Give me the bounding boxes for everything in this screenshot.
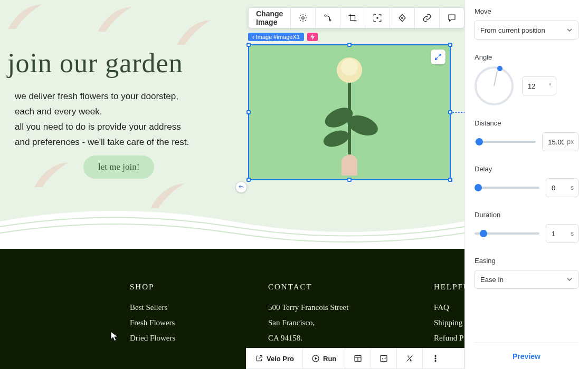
footer-text: 500 Terry Francois Street — [268, 303, 348, 312]
undo-button[interactable] — [235, 181, 247, 193]
delay-group: Delay s — [475, 165, 578, 197]
distance-input[interactable]: px — [542, 132, 578, 151]
expand-icon[interactable] — [431, 50, 445, 64]
footer-link[interactable]: Fresh Flowers — [130, 318, 175, 327]
easing-value: Ease In — [480, 276, 504, 284]
comment-icon[interactable] — [440, 8, 464, 28]
svg-point-3 — [321, 128, 351, 150]
hero-line: we deliver fresh flowers to your doorste… — [15, 91, 178, 101]
distance-slider[interactable] — [475, 141, 536, 143]
editor-canvas[interactable]: join our garden we deliver fresh flowers… — [0, 0, 464, 369]
resize-handle[interactable] — [347, 43, 352, 47]
resize-handle[interactable] — [448, 43, 452, 47]
duration-input[interactable]: s — [546, 224, 578, 243]
angle-knob[interactable] — [497, 66, 502, 71]
lightning-icon[interactable] — [307, 33, 318, 41]
link-icon[interactable] — [415, 8, 440, 28]
settings-icon[interactable] — [291, 8, 316, 28]
distance-label: Distance — [475, 119, 578, 127]
element-id-tag[interactable]: ‹ Image #imageX1 — [248, 33, 318, 41]
run-label: Run — [323, 355, 336, 363]
code-panel-icon[interactable] — [371, 348, 397, 368]
element-id-label: Image #imageX1 — [256, 34, 300, 40]
resize-handle[interactable] — [448, 178, 452, 182]
svg-point-14 — [435, 355, 436, 356]
leaf-decoration — [174, 16, 216, 47]
resize-handle[interactable] — [448, 110, 452, 114]
let-me-join-button[interactable]: let me join! — [83, 156, 154, 179]
footer-text: San Francisco, — [268, 318, 348, 327]
play-icon — [311, 354, 320, 363]
focal-point-icon[interactable] — [365, 8, 390, 28]
footer-help-column: HELPFU FAQ Shipping Refund P — [434, 283, 464, 349]
tag-chevron-left-icon: ‹ — [252, 34, 254, 40]
ide-layout-icon[interactable] — [345, 348, 371, 368]
resize-handle[interactable] — [246, 43, 251, 47]
resize-handle[interactable] — [246, 110, 251, 114]
resize-handle[interactable] — [246, 178, 251, 182]
resize-handle[interactable] — [347, 178, 352, 182]
angle-value[interactable] — [527, 82, 547, 91]
delay-value[interactable] — [551, 183, 568, 192]
svg-point-16 — [435, 361, 436, 362]
hero-line: and preferences - we'll take care of the… — [15, 137, 189, 147]
leaf-decoration — [148, 179, 190, 211]
duration-group: Duration s — [475, 211, 578, 243]
footer-heading: CONTACT — [268, 283, 348, 292]
footer-link[interactable]: Refund P — [434, 334, 464, 343]
velo-pro-button[interactable]: Velo Pro — [246, 348, 303, 368]
move-dropdown[interactable]: From current position — [475, 21, 578, 40]
animation-properties-panel: Move From current position Angle ° Dista… — [464, 0, 588, 369]
run-button[interactable]: Run — [303, 348, 345, 368]
selected-image-element[interactable]: ‹ Image #imageX1 — [248, 44, 451, 180]
angle-dial[interactable] — [475, 66, 514, 105]
svg-point-15 — [435, 358, 436, 359]
maximize-icon[interactable] — [397, 348, 423, 368]
hero-title: join our garden — [7, 47, 183, 79]
crop-icon[interactable] — [340, 8, 365, 28]
delay-unit: s — [571, 184, 574, 191]
footer-link[interactable]: Best Sellers — [130, 303, 175, 312]
animation-icon[interactable] — [316, 8, 340, 28]
footer-contact-column: CONTACT 500 Terry Francois Street San Fr… — [268, 283, 348, 349]
distance-unit: px — [567, 138, 574, 145]
move-group: Move From current position — [475, 7, 578, 40]
footer-text: CA 94158. — [268, 334, 348, 343]
easing-label: Easing — [475, 257, 578, 265]
hero-line: all you need to do is provide your addre… — [15, 122, 181, 132]
preview-button[interactable]: Preview — [475, 342, 578, 369]
angle-group: Angle ° — [475, 53, 578, 105]
svg-point-5 — [341, 59, 358, 75]
footer-heading: SHOP — [130, 283, 175, 292]
duration-value[interactable] — [551, 229, 568, 238]
duration-slider[interactable] — [475, 232, 539, 235]
move-label: Move — [475, 7, 578, 15]
svg-point-7 — [325, 15, 326, 16]
more-icon[interactable] — [423, 348, 448, 368]
angle-input[interactable]: ° — [522, 76, 556, 95]
delay-slider[interactable] — [475, 187, 539, 189]
leaf-decoration — [5, 0, 48, 32]
chevron-down-icon — [566, 27, 573, 33]
change-image-button[interactable]: Change Image — [249, 8, 291, 28]
footer-heading: HELPFU — [434, 283, 464, 292]
footer-shop-column: SHOP Best Sellers Fresh Flowers Dried Fl… — [130, 283, 175, 349]
footer-link[interactable]: Shipping — [434, 318, 464, 327]
distance-value[interactable] — [547, 138, 565, 147]
wave-divider — [0, 200, 464, 248]
footer-link[interactable]: Dried Flowers — [130, 334, 175, 343]
footer-link[interactable]: FAQ — [434, 303, 464, 312]
bottom-toolbar: Velo Pro Run — [246, 348, 464, 369]
angle-unit: ° — [549, 82, 552, 90]
svg-point-9 — [377, 17, 378, 18]
delay-label: Delay — [475, 165, 578, 173]
distance-group: Distance px — [475, 119, 578, 151]
flower-image-content — [310, 49, 389, 176]
chevron-down-icon — [566, 276, 573, 283]
velo-pro-label: Velo Pro — [267, 355, 294, 363]
delay-input[interactable]: s — [546, 178, 578, 197]
easing-dropdown[interactable]: Ease In — [475, 270, 578, 289]
svg-point-10 — [402, 17, 403, 19]
animation-panel-icon[interactable] — [390, 8, 415, 28]
duration-label: Duration — [475, 211, 578, 219]
